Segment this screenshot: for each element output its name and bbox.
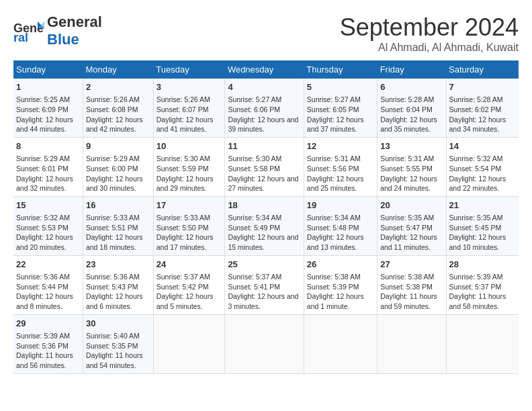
col-header-monday: Monday bbox=[83, 60, 153, 79]
day-cell: 10Sunrise: 5:30 AMSunset: 5:59 PMDayligh… bbox=[153, 137, 225, 196]
sunrise-label: Sunrise: 5:39 AM bbox=[449, 273, 503, 281]
day-cell: 27Sunrise: 5:38 AMSunset: 5:38 PMDayligh… bbox=[378, 255, 446, 314]
sunrise-label: Sunrise: 5:38 AM bbox=[380, 273, 434, 281]
month-title: September 2024 bbox=[340, 13, 519, 42]
sunrise-label: Sunrise: 5:39 AM bbox=[16, 332, 70, 340]
day-cell: 7Sunrise: 5:28 AMSunset: 6:02 PMDaylight… bbox=[446, 79, 519, 137]
sunset-label: Sunset: 5:49 PM bbox=[228, 224, 280, 232]
sunset-label: Sunset: 6:04 PM bbox=[380, 105, 433, 113]
day-cell: 14Sunrise: 5:32 AMSunset: 5:54 PMDayligh… bbox=[446, 137, 519, 196]
daylight-label: Daylight: 12 hours and 18 minutes. bbox=[86, 233, 143, 251]
sunset-label: Sunset: 6:05 PM bbox=[307, 105, 359, 113]
day-number: 16 bbox=[86, 199, 150, 212]
day-cell bbox=[225, 314, 304, 373]
sunrise-label: Sunrise: 5:29 AM bbox=[86, 154, 140, 163]
day-number: 3 bbox=[157, 81, 222, 93]
day-number: 28 bbox=[449, 259, 516, 271]
daylight-label: Daylight: 12 hours and 8 minutes. bbox=[16, 292, 73, 310]
day-number: 21 bbox=[449, 199, 516, 212]
sunset-label: Sunset: 5:56 PM bbox=[307, 165, 359, 173]
day-cell: 22Sunrise: 5:36 AMSunset: 5:44 PMDayligh… bbox=[13, 255, 83, 314]
daylight-label: Daylight: 12 hours and 39 minutes. bbox=[228, 116, 298, 134]
sunrise-label: Sunrise: 5:26 AM bbox=[157, 95, 210, 103]
daylight-label: Daylight: 12 hours and 42 minutes. bbox=[86, 116, 143, 134]
daylight-label: Daylight: 12 hours and 17 minutes. bbox=[157, 233, 214, 251]
daylight-label: Daylight: 12 hours and 44 minutes. bbox=[16, 116, 73, 134]
sunrise-label: Sunrise: 5:33 AM bbox=[86, 214, 140, 222]
daylight-label: Daylight: 12 hours and 30 minutes. bbox=[86, 175, 143, 193]
day-cell: 16Sunrise: 5:33 AMSunset: 5:51 PMDayligh… bbox=[83, 196, 153, 255]
col-header-thursday: Thursday bbox=[304, 60, 377, 79]
daylight-label: Daylight: 12 hours and 34 minutes. bbox=[449, 116, 506, 134]
sunrise-label: Sunrise: 5:40 AM bbox=[86, 332, 140, 340]
daylight-label: Daylight: 12 hours and 41 minutes. bbox=[157, 116, 214, 134]
sunrise-label: Sunrise: 5:27 AM bbox=[228, 95, 281, 103]
col-header-wednesday: Wednesday bbox=[225, 60, 304, 79]
logo-blue: Blue bbox=[47, 31, 79, 48]
day-number: 13 bbox=[380, 140, 443, 152]
sunset-label: Sunset: 5:35 PM bbox=[86, 342, 138, 350]
day-cell: 8Sunrise: 5:29 AMSunset: 6:01 PMDaylight… bbox=[13, 137, 83, 196]
day-cell: 17Sunrise: 5:33 AMSunset: 5:50 PMDayligh… bbox=[153, 196, 225, 255]
svg-text:ral: ral bbox=[13, 31, 28, 43]
sunset-label: Sunset: 6:06 PM bbox=[228, 105, 280, 113]
sunrise-label: Sunrise: 5:36 AM bbox=[86, 273, 140, 281]
day-cell: 28Sunrise: 5:39 AMSunset: 5:37 PMDayligh… bbox=[446, 255, 519, 314]
day-number: 5 bbox=[307, 81, 374, 93]
day-cell: 4Sunrise: 5:27 AMSunset: 6:06 PMDaylight… bbox=[225, 79, 304, 137]
daylight-label: Daylight: 12 hours and 25 minutes. bbox=[307, 175, 364, 193]
sunrise-label: Sunrise: 5:31 AM bbox=[307, 154, 361, 163]
day-number: 6 bbox=[380, 81, 443, 93]
day-number: 22 bbox=[16, 259, 80, 271]
col-header-saturday: Saturday bbox=[446, 60, 519, 79]
sunset-label: Sunset: 5:55 PM bbox=[380, 165, 433, 173]
day-number: 18 bbox=[228, 199, 300, 212]
sunrise-label: Sunrise: 5:37 AM bbox=[157, 273, 210, 281]
week-row-2: 8Sunrise: 5:29 AMSunset: 6:01 PMDaylight… bbox=[13, 137, 519, 196]
sunset-label: Sunset: 6:09 PM bbox=[16, 105, 69, 113]
sunset-label: Sunset: 5:37 PM bbox=[449, 283, 502, 291]
sunrise-label: Sunrise: 5:34 AM bbox=[228, 214, 281, 222]
sunset-label: Sunset: 6:08 PM bbox=[86, 105, 138, 113]
sunset-label: Sunset: 5:45 PM bbox=[449, 224, 502, 232]
sunrise-label: Sunrise: 5:33 AM bbox=[157, 214, 210, 222]
sunset-label: Sunset: 6:01 PM bbox=[16, 165, 69, 173]
week-row-1: 1Sunrise: 5:25 AMSunset: 6:09 PMDaylight… bbox=[13, 79, 519, 137]
day-number: 30 bbox=[86, 318, 150, 330]
day-cell: 24Sunrise: 5:37 AMSunset: 5:42 PMDayligh… bbox=[153, 255, 225, 314]
day-cell bbox=[153, 314, 225, 373]
day-cell: 12Sunrise: 5:31 AMSunset: 5:56 PMDayligh… bbox=[304, 137, 377, 196]
day-number: 23 bbox=[86, 259, 150, 271]
day-number: 7 bbox=[449, 81, 516, 93]
sunrise-label: Sunrise: 5:27 AM bbox=[307, 95, 361, 103]
day-cell: 23Sunrise: 5:36 AMSunset: 5:43 PMDayligh… bbox=[83, 255, 153, 314]
col-header-sunday: Sunday bbox=[13, 60, 83, 79]
day-cell: 29Sunrise: 5:39 AMSunset: 5:36 PMDayligh… bbox=[13, 314, 83, 373]
sunrise-label: Sunrise: 5:30 AM bbox=[157, 154, 210, 163]
daylight-label: Daylight: 12 hours and 37 minutes. bbox=[307, 116, 364, 134]
sunset-label: Sunset: 5:38 PM bbox=[380, 283, 433, 291]
day-cell bbox=[378, 314, 446, 373]
sunset-label: Sunset: 5:59 PM bbox=[157, 165, 209, 173]
day-number: 26 bbox=[307, 259, 374, 271]
sunset-label: Sunset: 5:44 PM bbox=[16, 283, 69, 291]
day-cell: 25Sunrise: 5:37 AMSunset: 5:41 PMDayligh… bbox=[225, 255, 304, 314]
sunrise-label: Sunrise: 5:35 AM bbox=[380, 214, 434, 222]
daylight-label: Daylight: 12 hours and 15 minutes. bbox=[228, 233, 298, 251]
sunset-label: Sunset: 6:07 PM bbox=[157, 105, 209, 113]
sunset-label: Sunset: 5:48 PM bbox=[307, 224, 359, 232]
day-number: 29 bbox=[16, 318, 80, 330]
daylight-label: Daylight: 11 hours and 54 minutes. bbox=[86, 351, 143, 369]
page-header: Gene ral General Blue September 2024 Al … bbox=[13, 13, 519, 54]
day-cell: 11Sunrise: 5:30 AMSunset: 5:58 PMDayligh… bbox=[225, 137, 304, 196]
day-number: 27 bbox=[380, 259, 443, 271]
day-number: 25 bbox=[228, 259, 300, 271]
sunset-label: Sunset: 5:51 PM bbox=[86, 224, 138, 232]
daylight-label: Daylight: 12 hours and 20 minutes. bbox=[16, 233, 73, 251]
title-area: September 2024 Al Ahmadi, Al Ahmadi, Kuw… bbox=[340, 13, 519, 54]
daylight-label: Daylight: 12 hours and 11 minutes. bbox=[380, 233, 437, 251]
sunrise-label: Sunrise: 5:25 AM bbox=[16, 95, 70, 103]
sunset-label: Sunset: 6:00 PM bbox=[86, 165, 138, 173]
sunrise-label: Sunrise: 5:32 AM bbox=[16, 214, 70, 222]
daylight-label: Daylight: 12 hours and 27 minutes. bbox=[228, 175, 298, 193]
